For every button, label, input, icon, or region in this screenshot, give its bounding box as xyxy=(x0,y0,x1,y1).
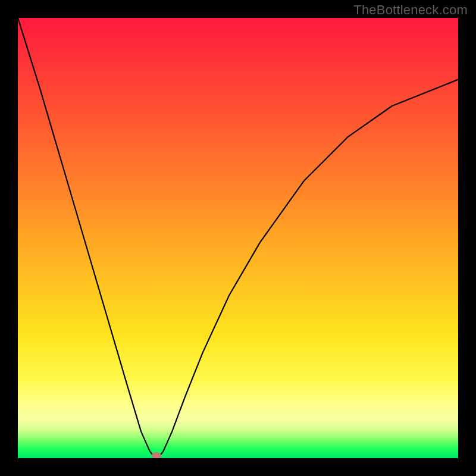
optimal-point-marker xyxy=(152,452,161,458)
curve-svg xyxy=(18,18,458,458)
bottleneck-curve xyxy=(18,18,458,458)
watermark-text: TheBottleneck.com xyxy=(353,2,468,18)
chart-stage: TheBottleneck.com xyxy=(0,0,476,476)
plot-area xyxy=(18,18,458,458)
